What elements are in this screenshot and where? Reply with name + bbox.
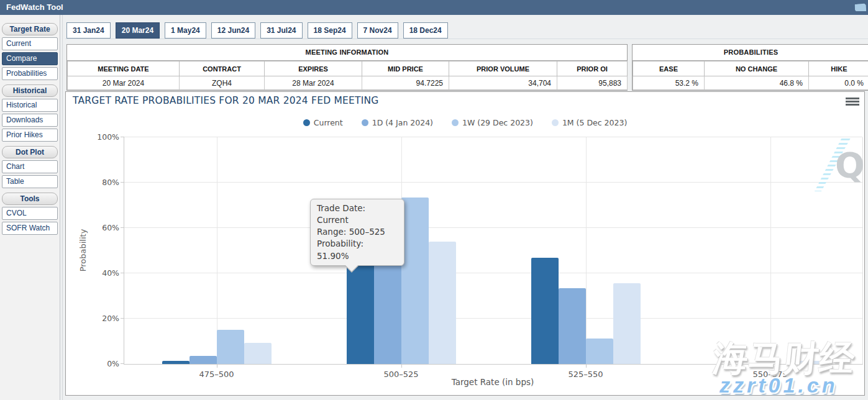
sidebar: Target Rate Current Compare Probabilitie… [0, 15, 60, 400]
x-axis-tick [217, 364, 217, 368]
chart-legend: Current1D (4 Jan 2024)1W (29 Dec 2023)1M… [66, 118, 864, 127]
y-axis-label: 60% [87, 223, 119, 232]
legend-dot-icon [362, 119, 368, 126]
legend-label: 1M (5 Dec 2023) [562, 118, 627, 127]
chart-title: TARGET RATE PROBABILITIES FOR 20 MAR 202… [73, 95, 378, 106]
prior-volume-value: 34,704 [449, 76, 557, 90]
gridline-horizontal [124, 137, 862, 137]
legend-item-1d[interactable]: 1D (4 Jan 2024) [362, 118, 433, 127]
tooltip-range: Range: 500–525 [317, 226, 398, 238]
legend-dot-icon [552, 119, 559, 126]
tab-18sep24[interactable]: 18 Sep24 [308, 22, 352, 39]
tab-20mar24[interactable]: 20 Mar24 [116, 22, 160, 39]
col-contract: CONTRACT [180, 61, 265, 76]
app-header: FedWatch Tool [0, 0, 868, 15]
ease-value: 53.2 % [633, 76, 705, 90]
hike-value: 0.0 % [809, 76, 868, 90]
chart-menu-icon[interactable] [846, 98, 859, 106]
sidebar-item-current[interactable]: Current [2, 37, 58, 50]
tabs-underline [65, 39, 868, 39]
probabilities-panel: PROBABILITIES EASE NO CHANGE HIKE 53.2 %… [632, 44, 868, 91]
bar-current-475–500[interactable] [162, 361, 190, 364]
gridline-horizontal [124, 227, 862, 228]
legend-label: 1W (29 Dec 2023) [462, 118, 533, 127]
sidebar-header-tools: Tools [2, 193, 58, 205]
col-prior-volume: PRIOR VOLUME [449, 61, 557, 76]
bar-1w-475–500[interactable] [217, 330, 244, 364]
sidebar-item-chart[interactable]: Chart [2, 160, 58, 173]
legend-item-1w[interactable]: 1W (29 Dec 2023) [452, 118, 533, 127]
bar-1w-525–550[interactable] [586, 339, 613, 364]
bar-group [124, 330, 309, 364]
tab-18dec24[interactable]: 18 Dec24 [403, 22, 448, 39]
legend-label: Current [314, 118, 343, 127]
col-prior-oi: PRIOR OI [557, 61, 628, 76]
meeting-date-value: 20 Mar 2024 [68, 76, 180, 90]
meeting-info-panel: MEETING INFORMATION MEETING DATE CONTRAC… [66, 44, 628, 91]
probabilities-table: EASE NO CHANGE HIKE 53.2 % 46.8 % 0.0 % [633, 61, 868, 90]
sidebar-item-historical[interactable]: Historical [2, 99, 58, 112]
legend-label: 1D (4 Jan 2024) [372, 118, 433, 127]
tab-7nov24[interactable]: 7 Nov24 [357, 22, 398, 39]
no-change-value: 46.8 % [705, 76, 809, 90]
bar-1d-525–550[interactable] [559, 288, 586, 364]
y-axis-label: 20% [87, 314, 119, 323]
prior-oi-value: 95,883 [557, 76, 628, 90]
tab-31jul24[interactable]: 31 Jul24 [260, 22, 302, 39]
sidebar-item-downloads[interactable]: Downloads [2, 114, 58, 127]
sidebar-item-probabilities[interactable]: Probabilities [2, 67, 58, 80]
sidebar-header-dot-plot: Dot Plot [2, 146, 58, 158]
y-axis-label: 0% [87, 359, 119, 368]
sidebar-divider [62, 15, 63, 400]
bar-1w-500–525[interactable] [401, 198, 429, 364]
bar-1m-525–550[interactable] [613, 283, 641, 364]
meeting-info-title: MEETING INFORMATION [67, 45, 627, 61]
gridline-vertical [770, 137, 771, 364]
mid-price-value: 94.7225 [362, 76, 449, 90]
header-corner-icon[interactable] [853, 2, 867, 14]
sidebar-item-table[interactable]: Table [2, 175, 58, 188]
chart-tooltip: Trade Date: Current Range: 500–525 Proba… [310, 199, 404, 266]
y-axis-tick [121, 182, 124, 183]
legend-item-current[interactable]: Current [303, 118, 343, 127]
sidebar-item-cvol[interactable]: CVOL [2, 207, 58, 220]
y-axis-tick [121, 227, 124, 228]
sidebar-header-target-rate: Target Rate [2, 23, 58, 35]
tab-31jan24[interactable]: 31 Jan24 [66, 22, 111, 39]
sidebar-item-sofr-watch[interactable]: SOFR Watch [2, 222, 58, 235]
probabilities-title: PROBABILITIES [633, 45, 868, 61]
legend-dot-icon [303, 119, 310, 126]
plot-area: 0%20%40%60%80%100%475–500500–525525–5505… [124, 137, 863, 365]
tab-12jun24[interactable]: 12 Jun24 [211, 22, 255, 39]
table-row: 53.2 % 46.8 % 0.0 % [633, 76, 868, 90]
sidebar-item-compare[interactable]: Compare [2, 52, 58, 65]
bar-current-525–550[interactable] [531, 258, 559, 364]
x-axis-tick [586, 364, 587, 368]
tab-1may24[interactable]: 1 May24 [165, 22, 206, 39]
y-axis-tick [121, 318, 124, 319]
col-meeting-date: MEETING DATE [68, 61, 180, 76]
col-no-change: NO CHANGE [705, 61, 809, 76]
sidebar-header-historical: Historical [2, 84, 58, 97]
meeting-info-table: MEETING DATE CONTRACT EXPIRES MID PRICE … [67, 61, 628, 90]
y-axis-label: 80% [87, 178, 119, 187]
q-logo-icon: Q [835, 145, 865, 185]
y-axis-title: Probability [78, 229, 88, 272]
bar-1d-475–500[interactable] [190, 356, 217, 364]
bar-group [493, 258, 678, 364]
y-axis-tick [121, 273, 124, 273]
tooltip-probability: Probability: 51.90% [317, 238, 398, 261]
app-title: FedWatch Tool [6, 2, 63, 12]
contract-value: ZQH4 [180, 76, 265, 90]
bar-1m-500–525[interactable] [429, 242, 456, 364]
watermark-site-url: zzrt01.cn [720, 373, 838, 398]
table-row: 20 Mar 2024 ZQH4 28 Mar 2024 94.7225 34,… [68, 76, 628, 90]
legend-item-1m[interactable]: 1M (5 Dec 2023) [552, 118, 627, 127]
expires-value: 28 Mar 2024 [265, 76, 362, 90]
sidebar-item-prior-hikes[interactable]: Prior Hikes [2, 129, 58, 142]
col-ease: EASE [633, 61, 705, 76]
legend-dot-icon [452, 119, 459, 126]
y-axis-label: 40% [87, 268, 119, 278]
bar-1m-475–500[interactable] [244, 343, 272, 364]
meeting-tabs: 31 Jan24 20 Mar24 1 May24 12 Jun24 31 Ju… [66, 22, 448, 39]
